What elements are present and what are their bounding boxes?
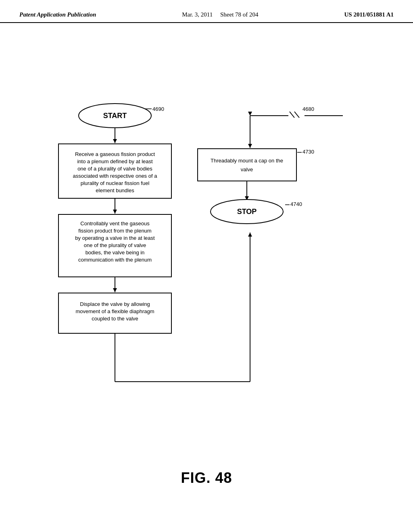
figure-label: FIG. 48 <box>181 470 232 486</box>
arrowhead-4700-4710 <box>113 210 117 214</box>
slash1-4680 <box>290 112 294 118</box>
text-4710-2: fission product from the plenum <box>78 228 151 234</box>
flowchart-svg: 4690 START 4700 Receive a gaseous fissio… <box>0 23 413 523</box>
text-4710-3: by operating a valve in the at least <box>75 235 155 241</box>
text-4710-4: one of the plurality of valve <box>84 242 146 248</box>
sheet-label: Sheet 78 of 204 <box>220 11 259 18</box>
text-4700-2: into a plenum defined by at least <box>77 158 153 164</box>
patent-number: US 2011/051881 A1 <box>344 11 394 18</box>
text-4700-4: associated with respective ones of a <box>73 173 158 179</box>
date-label: Mar. 3, 2011 <box>182 11 213 18</box>
text-4720-3: coupled to the valve <box>92 316 138 322</box>
text-4700-5: plurality of nuclear fission fuel <box>81 180 150 186</box>
label-4740: 4740 <box>290 201 302 207</box>
text-4710-1: Controllably vent the gaseous <box>80 220 150 227</box>
stop-label: STOP <box>237 208 257 216</box>
diagram-area: 4690 START 4700 Receive a gaseous fissio… <box>0 23 413 523</box>
text-4710-6: communication with the plenum <box>78 257 152 263</box>
text-4730-2: valve <box>241 166 253 172</box>
text-4710-5: bodies, the valve being in <box>86 249 145 256</box>
text-4720-2: movement of a flexible diaphragm <box>75 308 154 314</box>
date-sheet: Mar. 3, 2011 Sheet 78 of 204 <box>182 11 258 18</box>
publication-title: Patent Application Publication <box>19 11 96 18</box>
text-4700-1: Receive a gaseous fission product <box>75 151 155 157</box>
text-4720-1: Displace the valve by allowing <box>80 301 150 307</box>
arrowhead-start-4700 <box>113 139 117 143</box>
text-4700-3: one of a plurality of valve bodies <box>77 166 152 172</box>
slash2-4680 <box>294 112 299 118</box>
label-4730: 4730 <box>302 149 314 155</box>
label-4690: 4690 <box>152 106 164 112</box>
page-header: Patent Application Publication Mar. 3, 2… <box>0 0 413 23</box>
arrowhead-4730 <box>248 144 252 148</box>
arrowhead-from-top <box>248 112 252 116</box>
text-4700-6: element bundles <box>96 187 134 193</box>
box-4730 <box>198 149 296 181</box>
label-4680: 4680 <box>302 106 314 112</box>
arrowhead-4710-4720 <box>113 288 117 292</box>
start-label: START <box>103 112 127 120</box>
arrowhead-right-up <box>248 233 252 237</box>
text-4730-1: Threadably mount a cap on the <box>211 158 283 164</box>
